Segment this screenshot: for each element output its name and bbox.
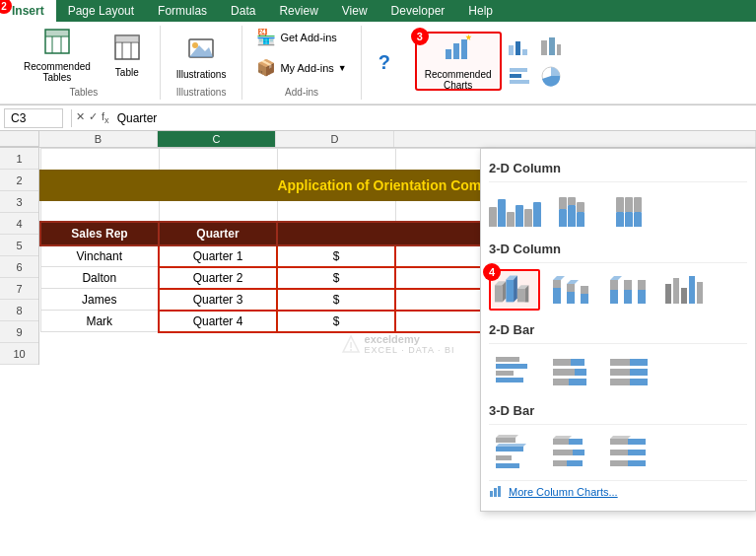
row-num-2: 2 bbox=[0, 170, 38, 191]
svg-marker-78 bbox=[496, 444, 526, 447]
help-button[interactable]: ? bbox=[370, 34, 399, 93]
chart-icon-stacked-bar-3d[interactable] bbox=[546, 431, 597, 472]
my-addins-button[interactable]: 📦 My Add-ins ▼ bbox=[250, 56, 352, 79]
chart-icon-clustered-bar-2d[interactable] bbox=[489, 350, 540, 391]
tables-group-items: RecommendedTables Table bbox=[16, 26, 152, 85]
cell-rep-3[interactable]: Mark bbox=[40, 311, 159, 332]
cell-quarter-3[interactable]: Quarter 4 bbox=[159, 311, 277, 332]
column-headers: B C D bbox=[0, 131, 756, 148]
my-addins-label: My Add-ins bbox=[280, 62, 333, 74]
svg-rect-67 bbox=[553, 379, 569, 385]
header-sales-rep[interactable]: Sales Rep bbox=[40, 222, 159, 245]
chart-section-3d-column: 3-D Column 4 bbox=[489, 238, 747, 311]
cell-c1[interactable] bbox=[159, 149, 277, 171]
cell-currency-2[interactable]: $ bbox=[277, 289, 395, 311]
bar-3d-stacked-svg bbox=[549, 434, 594, 469]
tab-help[interactable]: Help bbox=[456, 0, 505, 22]
svg-marker-83 bbox=[553, 436, 572, 439]
header-quarter[interactable]: Quarter bbox=[159, 222, 277, 245]
cell-quarter-0[interactable]: Quarter 1 bbox=[159, 245, 277, 267]
svg-marker-76 bbox=[496, 435, 518, 438]
chart-icon-100-3d[interactable] bbox=[603, 269, 654, 311]
svg-rect-42 bbox=[567, 292, 575, 304]
get-addins-label: Get Add-ins bbox=[280, 32, 336, 43]
row-num-7: 7 bbox=[0, 278, 38, 300]
bar-4 bbox=[515, 205, 523, 227]
row-num-8: 8 bbox=[0, 300, 38, 321]
col-header-d[interactable]: D bbox=[276, 131, 394, 147]
tab-view[interactable]: View bbox=[330, 0, 379, 22]
cell-quarter-2[interactable]: Quarter 3 bbox=[159, 289, 277, 311]
cell-b3[interactable] bbox=[40, 200, 159, 222]
recommended-charts-button[interactable]: 3 RecommendedCharts bbox=[415, 32, 502, 91]
chart-icon-stacked-bar-2d[interactable] bbox=[546, 350, 597, 391]
chart-icon-100-bar-3d[interactable] bbox=[603, 431, 654, 472]
cell-currency-3[interactable]: $ bbox=[277, 311, 395, 332]
col-header-c[interactable]: C bbox=[158, 131, 276, 147]
cell-rep-2[interactable]: James bbox=[40, 289, 159, 311]
tab-page-layout[interactable]: Page Layout bbox=[56, 0, 146, 22]
svg-rect-89 bbox=[628, 439, 646, 445]
svg-rect-94 bbox=[628, 460, 646, 466]
svg-marker-49 bbox=[610, 276, 622, 280]
cancel-formula-icon[interactable]: ✕ bbox=[76, 110, 85, 125]
chart-btn-3[interactable] bbox=[537, 62, 565, 90]
tab-review[interactable]: Review bbox=[267, 0, 329, 22]
svg-rect-95 bbox=[490, 491, 493, 497]
svg-rect-13 bbox=[446, 49, 451, 59]
row-num-4: 4 bbox=[0, 213, 38, 235]
chart-icon-100-bar-2d[interactable] bbox=[603, 350, 654, 391]
ribbon-tab-bar: 2 Insert Page Layout Formulas Data Revie… bbox=[0, 0, 756, 22]
svg-rect-70 bbox=[630, 359, 648, 366]
chart-icon-clustered-bar-3d[interactable] bbox=[489, 431, 540, 472]
get-addins-button[interactable]: 🏪 Get Add-ins bbox=[250, 26, 342, 48]
svg-point-29 bbox=[350, 349, 352, 351]
chart-icon-clustered-3d[interactable]: 4 bbox=[489, 269, 540, 311]
col-header-b[interactable]: B bbox=[39, 131, 158, 147]
cell-reference-box[interactable]: C3 bbox=[4, 108, 63, 128]
help-items: ? bbox=[370, 26, 399, 100]
table-button[interactable]: Table bbox=[103, 26, 152, 85]
confirm-formula-icon[interactable]: ✓ bbox=[89, 110, 98, 125]
chart-icon-stacked-2d[interactable] bbox=[546, 188, 597, 230]
formula-bar: C3 ✕ ✓ fx bbox=[0, 105, 756, 131]
svg-rect-68 bbox=[569, 379, 586, 385]
svg-rect-33 bbox=[506, 279, 514, 302]
tab-data[interactable]: Data bbox=[219, 0, 267, 22]
ribbon-group-addins: 🏪 Get Add-ins 📦 My Add-ins ▼ Add-ins bbox=[242, 26, 361, 100]
cell-d1[interactable] bbox=[277, 149, 395, 171]
column-chart-button[interactable] bbox=[506, 33, 533, 60]
chart-icon-3d-variant[interactable] bbox=[660, 269, 712, 311]
row-numbers: 1 2 3 4 5 6 7 8 9 10 bbox=[0, 148, 39, 365]
recommended-tables-label: RecommendedTables bbox=[24, 61, 91, 83]
cell-quarter-1[interactable]: Quarter 2 bbox=[159, 267, 277, 289]
illustrations-button[interactable]: Illustrations bbox=[169, 26, 235, 85]
cell-rep-1[interactable]: Dalton bbox=[40, 267, 159, 289]
cell-currency-0[interactable]: $ bbox=[277, 245, 395, 267]
svg-rect-75 bbox=[496, 438, 515, 443]
tab-formulas[interactable]: Formulas bbox=[146, 0, 219, 22]
bar-5 bbox=[524, 209, 532, 227]
more-column-charts-link[interactable]: More Column Charts... bbox=[489, 480, 747, 503]
cell-currency-1[interactable]: $ bbox=[277, 267, 395, 289]
cell-b1[interactable] bbox=[40, 149, 159, 171]
tab-developer[interactable]: Developer bbox=[379, 0, 457, 22]
cell-d3[interactable] bbox=[277, 200, 395, 222]
col-header-e[interactable] bbox=[394, 131, 756, 147]
corner-header bbox=[0, 131, 39, 147]
formula-input[interactable] bbox=[113, 109, 752, 127]
recommended-tables-button[interactable]: RecommendedTables bbox=[16, 26, 99, 85]
function-icon[interactable]: fx bbox=[102, 110, 109, 125]
chart-btn-2[interactable] bbox=[537, 33, 565, 60]
svg-rect-80 bbox=[496, 463, 519, 468]
svg-rect-19 bbox=[522, 49, 527, 55]
ribbon-group-illustrations: Illustrations Illustrations bbox=[161, 26, 243, 100]
chart-icon-stacked-3d[interactable] bbox=[546, 269, 597, 311]
cell-c3[interactable] bbox=[159, 200, 277, 222]
tab-insert[interactable]: 2 Insert bbox=[0, 0, 56, 22]
cell-rep-0[interactable]: Vinchant bbox=[40, 245, 159, 267]
formula-divider bbox=[71, 109, 72, 127]
bar-chart-button[interactable] bbox=[506, 62, 533, 90]
chart-icon-clustered-2d[interactable] bbox=[489, 188, 540, 230]
chart-icon-100-2d[interactable] bbox=[603, 188, 654, 230]
